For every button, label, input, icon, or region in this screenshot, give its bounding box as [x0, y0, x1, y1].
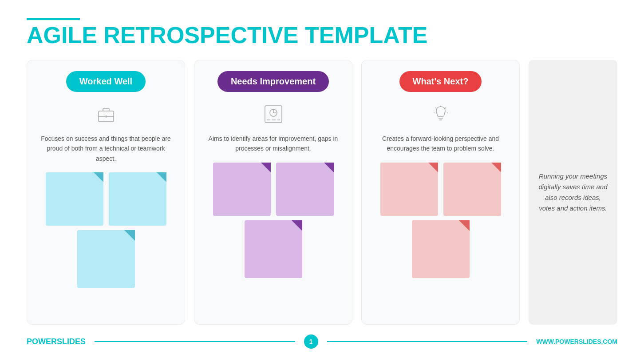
sticky-note-large [77, 230, 135, 288]
sticky-note-large [245, 220, 302, 278]
sticky-note [276, 163, 334, 216]
sticky-note [46, 172, 103, 226]
footer: POWERSLIDES 1 WWW.POWERSLIDES.COM [27, 329, 617, 349]
sticky-note [109, 172, 166, 226]
brand-black: POWER [27, 337, 57, 346]
notes-row-top-purple [203, 163, 343, 216]
badge-needs-improvement: Needs Improvement [217, 71, 329, 92]
description-whats-next: Creates a forward-looking perspective an… [371, 134, 510, 154]
header: AGILE RETROSPECTIVE TEMPLATE [27, 18, 617, 47]
title-cyan: TEMPLATE [305, 22, 427, 48]
sticky-note [380, 163, 438, 216]
footer-url: WWW.POWERSLIDES.COM [536, 338, 617, 345]
page-title: AGILE RETROSPECTIVE TEMPLATE [27, 24, 617, 47]
brand-cyan: SLIDES [57, 337, 86, 346]
side-note: Running your meetings digitally saves ti… [529, 60, 617, 325]
title-black: AGILE RETROSPECTIVE [27, 22, 305, 48]
notes-area-purple [203, 163, 343, 315]
main-content: Worked Well Focuses on success and thing… [27, 60, 617, 325]
accent-line [27, 18, 80, 20]
footer-brand: POWERSLIDES [27, 337, 86, 346]
footer-line [95, 341, 295, 342]
sticky-note [443, 163, 501, 216]
description-needs-improvement: Aims to identify areas for improvement, … [203, 134, 343, 154]
notes-row-top-pink [371, 163, 510, 216]
badge-worked-well: Worked Well [66, 71, 146, 92]
side-note-text: Running your meetings digitally saves ti… [537, 171, 608, 214]
footer-line-right [327, 341, 528, 342]
notes-area-pink [371, 163, 510, 315]
page: AGILE RETROSPECTIVE TEMPLATE Worked Well… [0, 0, 644, 362]
notes-area-teal [36, 172, 176, 315]
card-needs-improvement: Needs Improvement Aims to identify areas… [194, 60, 352, 325]
card-worked-well: Worked Well Focuses on success and thing… [27, 60, 185, 325]
description-worked-well: Focuses on success and things that peopl… [36, 134, 176, 163]
sticky-note-large [412, 220, 470, 278]
card-whats-next: What's Next? Creates a forward-looking p… [361, 60, 520, 325]
footer-page-number: 1 [304, 334, 318, 349]
bulb-icon [427, 101, 454, 127]
notes-row-bottom-teal [36, 230, 176, 288]
notes-row-bottom-purple [203, 220, 343, 278]
briefcase-icon [93, 101, 119, 127]
notes-row-top-teal [36, 172, 176, 226]
sticky-note [213, 163, 271, 216]
chart-icon [260, 101, 287, 127]
badge-whats-next: What's Next? [399, 71, 482, 92]
notes-row-bottom-pink [371, 220, 510, 278]
